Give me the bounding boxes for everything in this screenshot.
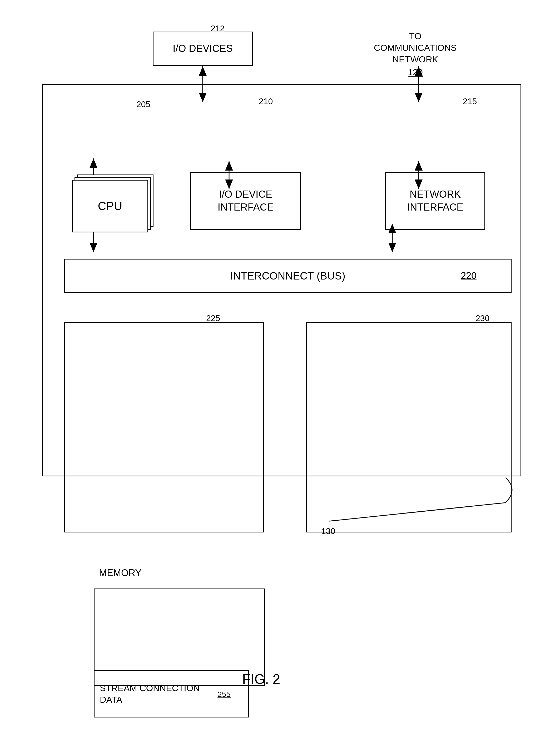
io-devices-box: I/O DEVICES: [153, 32, 253, 66]
storage-box: STORAGE BUFFERED STREAM DATA 260 PREDETE…: [306, 322, 512, 532]
main-outer-box: CPU 205 I/O DEVICE INTERFACE 210 NETWORK…: [42, 84, 521, 476]
cpu-stack: CPU: [72, 175, 156, 232]
interconnect-label: INTERCONNECT (BUS): [230, 269, 345, 283]
ref-130: 130: [321, 526, 335, 536]
ref-220: 220: [461, 270, 477, 281]
ref-212: 212: [211, 24, 225, 34]
ref-210: 210: [259, 97, 273, 106]
network-interface-label: NETWORK INTERFACE: [407, 188, 463, 214]
network-interface-box: NETWORK INTERFACE: [385, 172, 485, 230]
ref-225: 225: [206, 313, 220, 323]
fig-label: FIG. 2: [242, 671, 280, 687]
cpu-label: CPU: [98, 199, 122, 213]
ref-230: 230: [476, 313, 489, 323]
comm-network-label: TO COMMUNICATIONS NETWORK 120: [374, 30, 457, 78]
ref-255: 255: [218, 690, 231, 699]
io-device-interface-label: I/O DEVICE INTERFACE: [218, 188, 274, 214]
memory-box: MEMORY PROCESSING ELEMENTS 235 OPERATOR …: [64, 322, 264, 532]
io-devices-label: I/O DEVICES: [173, 42, 233, 55]
cpu-box-front: CPU: [72, 180, 148, 232]
memory-label: MEMORY: [99, 567, 141, 578]
ref-205: 205: [136, 100, 150, 109]
interconnect-bus-box: INTERCONNECT (BUS) 220: [64, 259, 512, 293]
ref-215: 215: [463, 97, 477, 106]
io-device-interface-box: I/O DEVICE INTERFACE: [191, 172, 301, 230]
ref-120: 120: [374, 66, 457, 78]
